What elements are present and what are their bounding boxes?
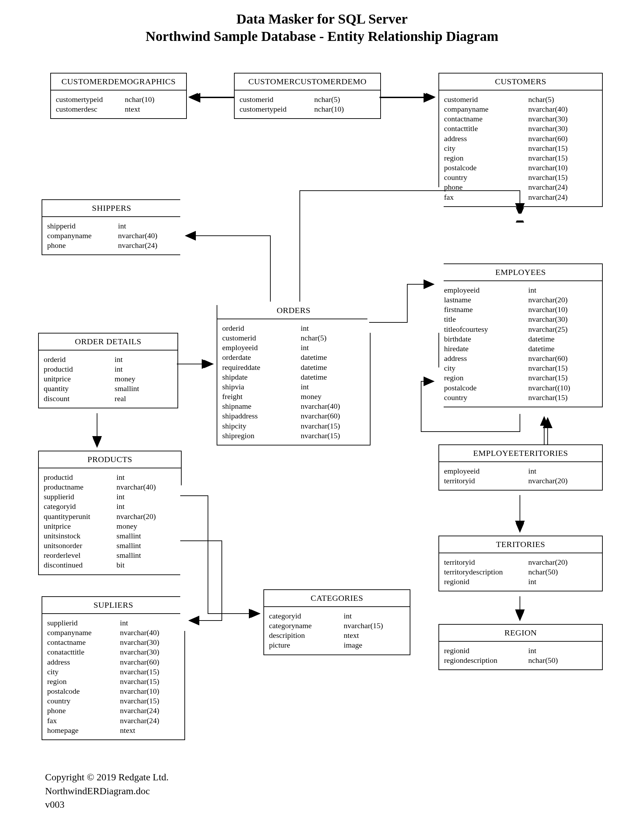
- column-row: categoryidint: [269, 611, 405, 621]
- column-type: ntext: [125, 104, 181, 114]
- column-type: nvarchar(20): [528, 557, 597, 567]
- column-name: shipdate: [222, 372, 301, 382]
- column-name: descripition: [269, 630, 344, 640]
- column-name: hiredate: [444, 344, 528, 354]
- column-name: employeeid: [444, 466, 528, 476]
- column-type: nvarchar(40): [120, 628, 179, 637]
- column-type: nvarchar(15): [528, 373, 597, 383]
- column-type: nvarchar(24): [120, 706, 179, 715]
- column-row: regionidint: [444, 646, 597, 656]
- column-row: citynvarchar(15): [444, 144, 597, 153]
- column-type: int: [528, 646, 597, 656]
- title-line-2: Northwind Sample Database - Entity Relat…: [0, 28, 644, 45]
- column-row: shipviaint: [222, 382, 365, 392]
- entity-body: productidintproductnamenvarchar(40)suppl…: [39, 468, 181, 574]
- column-row: companynamenvarchar(40): [47, 231, 176, 241]
- column-name: shipregion: [222, 431, 301, 441]
- column-type: nchar(50): [528, 656, 597, 665]
- column-type: nvarchar(24): [118, 241, 176, 250]
- column-type: ntext: [120, 726, 179, 735]
- column-name: requireddate: [222, 363, 301, 372]
- footer-version: v003: [45, 798, 168, 811]
- entity-body: categoryidintcategorynamenvarchar(15)des…: [264, 607, 410, 654]
- entity-body: customertypeidnchar(10)customerdescntext: [51, 91, 186, 118]
- entity-header: PRODUCTS: [39, 451, 181, 468]
- entity-header: CUSTOMERDEMOGRAPHICS: [51, 74, 186, 91]
- column-name: companyname: [47, 628, 120, 637]
- column-row: employeeidint: [444, 285, 597, 295]
- column-name: title: [444, 314, 528, 324]
- column-name: firstname: [444, 305, 528, 314]
- column-row: customeridnchar(5): [222, 333, 365, 343]
- entity-header: CATEGORIES: [264, 590, 410, 607]
- entity-body: orderidintcustomeridnchar(5)employeeidin…: [217, 319, 370, 445]
- title-line-1: Data Masker for SQL Server: [0, 10, 644, 28]
- column-row: faxnvarchar(24): [47, 716, 179, 726]
- entity-body: territoryidnvarchar(20)territorydescript…: [439, 553, 602, 591]
- column-row: homepagentext: [47, 726, 179, 735]
- entity-header: SUPLIERS: [42, 597, 184, 614]
- column-type: int: [301, 343, 365, 352]
- entity-body: supplieridintcompanynamenvarchar(40)cont…: [42, 614, 184, 739]
- column-row: territorydescriptionnchar(50): [444, 567, 597, 577]
- column-row: companynamenvarchar(40): [444, 104, 597, 114]
- column-name: phone: [444, 182, 528, 192]
- column-row: quantitysmallint: [44, 384, 173, 394]
- column-row: titlenvarchar(30): [444, 314, 597, 324]
- entity-body: orderidintproductidintunitpricemoneyquan…: [39, 350, 177, 408]
- column-name: orderid: [44, 355, 115, 364]
- entity-teritories: TERITORIESterritoryidnvarchar(20)territo…: [438, 536, 603, 591]
- column-name: productname: [44, 482, 117, 492]
- column-row: requireddatedatetime: [222, 363, 365, 372]
- column-row: companynamenvarchar(40): [47, 628, 179, 637]
- column-name: employeeid: [444, 285, 528, 295]
- column-row: productnamenvarchar(40): [44, 482, 176, 492]
- column-name: unitprice: [44, 374, 115, 384]
- column-row: quantityperunitnvarchar(20): [44, 512, 176, 522]
- column-name: unitsonorder: [44, 541, 117, 550]
- title-block: Data Masker for SQL Server Northwind Sam…: [0, 10, 644, 45]
- column-type: int: [528, 466, 597, 476]
- column-row: countrynvarchar(15): [47, 696, 179, 706]
- column-type: datetime: [301, 352, 365, 362]
- column-name: unitsinstock: [44, 531, 117, 541]
- column-row: productidint: [44, 472, 176, 482]
- svg-rect-18: [0, 0, 0, 0]
- entity-header: EMPLOYEES: [439, 264, 602, 281]
- column-row: citynvarchar(15): [444, 363, 597, 373]
- column-row: contacttitlenvarchar(30): [444, 124, 597, 133]
- column-type: nvarchar(15): [120, 696, 179, 706]
- column-name: territoryid: [444, 476, 528, 486]
- column-row: regiondescriptionnchar(50): [444, 656, 597, 665]
- column-name: unitprice: [44, 522, 117, 531]
- column-row: regionnvarchar(15): [444, 373, 597, 383]
- column-type: int: [115, 364, 173, 374]
- column-type: nvarchar(30): [120, 637, 179, 647]
- column-row: regionidint: [444, 577, 597, 587]
- column-type: datetime: [301, 372, 365, 382]
- column-row: regionnvarchar(15): [47, 677, 179, 686]
- column-name: address: [444, 134, 528, 144]
- column-type: nvarchar(10): [120, 686, 179, 696]
- column-type: nchar(5): [528, 94, 597, 104]
- column-row: birthdatedatetime: [444, 334, 597, 344]
- column-name: employeeid: [222, 343, 301, 352]
- column-type: nvarchar(10): [528, 305, 597, 314]
- svg-rect-19: [180, 187, 444, 305]
- column-type: nvarchar(15): [120, 677, 179, 686]
- svg-rect-22: [402, 368, 444, 437]
- entity-body: shipperidintcompanynamenvarchar(40)phone…: [42, 217, 181, 254]
- column-row: contactnamenvarchar(30): [47, 637, 179, 647]
- column-row: postalcodenvarchar(10): [47, 686, 179, 696]
- column-name: postalcode: [47, 686, 120, 696]
- column-type: nvarchar(24): [120, 716, 179, 726]
- entity-header: ORDERS: [217, 302, 370, 319]
- column-row: categorynamenvarchar(15): [269, 621, 405, 630]
- column-type: nvarchar(15): [301, 421, 365, 431]
- column-name: customerid: [222, 333, 301, 343]
- column-name: shipname: [222, 402, 301, 411]
- column-type: nvarchar(20): [528, 295, 597, 305]
- column-type: money: [115, 374, 173, 384]
- column-type: nvarchar(24): [528, 182, 597, 192]
- column-name: conatacttitle: [47, 647, 120, 657]
